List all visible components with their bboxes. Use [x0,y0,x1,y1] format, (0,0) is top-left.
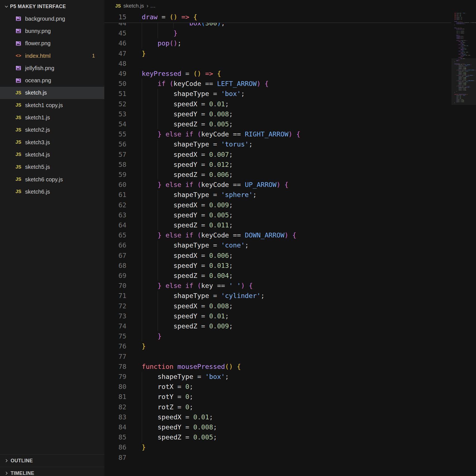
file-item[interactable]: background.png [0,13,104,25]
code-text: speedX = 0.007; [142,150,233,160]
line-number: 61 [104,190,126,200]
file-name: sketch.js [25,90,47,96]
code-line[interactable]: 68 speedY = 0.013; [104,261,451,271]
code-line[interactable]: 70 } else if (key == ' ') { [104,281,451,291]
image-file-icon [15,40,22,47]
code-line[interactable]: 86} [104,442,451,452]
code-line[interactable]: 79 shapeType = 'box'; [104,372,451,382]
code-line[interactable]: 52 speedX = 0.01; [104,99,451,109]
code-line[interactable]: 84 speedY = 0.008; [104,422,451,432]
minimap[interactable]: let shapeType = 'box';let rotX = 0;let r… [451,0,476,476]
file-item[interactable]: JSsketch2.js [0,124,104,136]
code-line[interactable]: 61 shapeType = 'sphere'; [104,190,451,200]
outline-section-label: OUTLINE [11,458,33,464]
code-line[interactable]: 51 shapeType = 'box'; [104,89,451,99]
line-number: 76 [104,341,126,351]
file-item[interactable]: JSsketch4.js [0,148,104,161]
code-line[interactable]: 56 shapeType = 'torus'; [104,139,451,149]
minimap-slider[interactable] [451,58,476,105]
code-text: speedZ = 0.011; [142,220,233,230]
file-item[interactable]: JSsketch3.js [0,136,104,148]
code-line[interactable]: 48 [104,59,451,69]
code-line[interactable]: 53 speedY = 0.008; [104,109,451,119]
file-name: bunny.png [25,28,51,34]
sticky-scroll[interactable]: 15draw = () => { [104,12,451,23]
code-line[interactable]: 65 } else if (keyCode == DOWN_ARROW) { [104,230,451,240]
file-item[interactable]: JSsketch1 copy.js [0,99,104,111]
code-line[interactable]: 57 speedX = 0.007; [104,150,451,160]
line-number: 67 [104,251,126,261]
code-line[interactable]: 59 speedZ = 0.006; [104,170,451,180]
code-text: speedX = 0.01; [142,99,229,109]
code-line[interactable]: 82 rotZ = 0; [104,402,451,412]
file-item[interactable]: JSsketch1.js [0,111,104,124]
code-line[interactable]: 67 speedX = 0.006; [104,251,451,261]
file-item[interactable]: JSsketch6.js [0,186,104,198]
line-number: 62 [104,200,126,210]
code-line[interactable]: 49keyPressed = () => { [104,69,451,79]
file-item[interactable]: JSsketch.js [0,87,104,99]
code-line[interactable]: 71 shapeType = 'cylinder'; [104,291,451,301]
code-text: rotX = 0; [142,382,193,392]
js-file-icon: JS [15,90,22,96]
code-line[interactable]: 78function mousePressed() { [104,362,451,372]
outline-section-header[interactable]: OUTLINE [0,454,104,467]
code-line[interactable]: 46 pop(); [104,38,451,48]
line-number: 58 [104,160,126,170]
file-item[interactable]: bunny.png [0,25,104,37]
code-line[interactable]: 55 } else if (keyCode == RIGHT_ARROW) { [104,129,451,139]
line-number: 49 [104,69,126,79]
code-line[interactable]: 60 } else if (keyCode == UP_ARROW) { [104,180,451,190]
code-line[interactable]: 74 speedZ = 0.009; [104,321,451,331]
code-line[interactable]: 80 rotX = 0; [104,382,451,392]
code-line[interactable]: 87 [104,453,451,463]
file-list: background.pngbunny.pngflower.png<>index… [0,13,104,198]
code-text: } else if (keyCode == DOWN_ARROW) { [142,230,296,240]
code-line[interactable]: 47} [104,49,451,59]
explorer-project-header[interactable]: P5 MAKEY INTERFACE [0,1,104,12]
code-line[interactable]: 62 speedX = 0.009; [104,200,451,210]
file-item[interactable]: flower.png [0,37,104,50]
code-line[interactable]: 72 speedX = 0.008; [104,301,451,311]
code-line[interactable]: 45 } [104,28,451,38]
js-file-icon: JS [15,102,22,109]
code-line[interactable]: 75 } [104,331,451,341]
code-line[interactable]: 15draw = () => { [104,12,451,22]
image-file-icon [15,65,22,71]
line-number: 59 [104,170,126,180]
code-line[interactable]: 63 speedY = 0.005; [104,210,451,220]
line-number: 47 [104,49,126,59]
code-text: speedY = 0.008; [142,422,217,432]
line-number: 51 [104,89,126,99]
code-line[interactable]: 58 speedY = 0.012; [104,160,451,170]
code-text: shapeType = 'cone'; [142,240,249,250]
file-item[interactable]: JSsketch5.js [0,161,104,173]
file-item[interactable]: <>index.html1 [0,50,104,62]
code-line[interactable]: 83 speedX = 0.01; [104,412,451,422]
line-number: 75 [104,331,126,341]
code-line[interactable]: 64 speedZ = 0.011; [104,220,451,230]
line-number: 83 [104,412,126,422]
code-line[interactable]: 77 [104,352,451,362]
code-line[interactable]: 50 if (keyCode == LEFT_ARROW) { [104,79,451,89]
code-line[interactable]: 69 speedZ = 0.004; [104,271,451,281]
code-line[interactable]: 54 speedZ = 0.005; [104,119,451,129]
code-line[interactable]: 73 speedY = 0.01; [104,311,451,321]
code-line[interactable]: 76} [104,341,451,351]
file-name: sketch5.js [25,164,50,170]
line-number: 64 [104,220,126,230]
js-file-icon: JS [15,114,22,121]
code-text: pop(); [142,38,181,48]
file-name: sketch1.js [25,114,50,121]
file-name: sketch4.js [25,152,50,158]
file-item[interactable]: jellyfish.png [0,62,104,74]
file-item[interactable]: JSsketch6 copy.js [0,173,104,186]
code-line[interactable]: 66 shapeType = 'cone'; [104,240,451,250]
code-line[interactable]: 81 rotY = 0; [104,392,451,402]
line-number: 81 [104,392,126,402]
timeline-section-header[interactable]: TIMELINE [0,467,104,476]
line-number: 56 [104,139,126,149]
file-item[interactable]: ocean.png [0,74,104,86]
code-text: if (keyCode == LEFT_ARROW) { [142,79,269,89]
code-line[interactable]: 85 speedZ = 0.005; [104,432,451,442]
